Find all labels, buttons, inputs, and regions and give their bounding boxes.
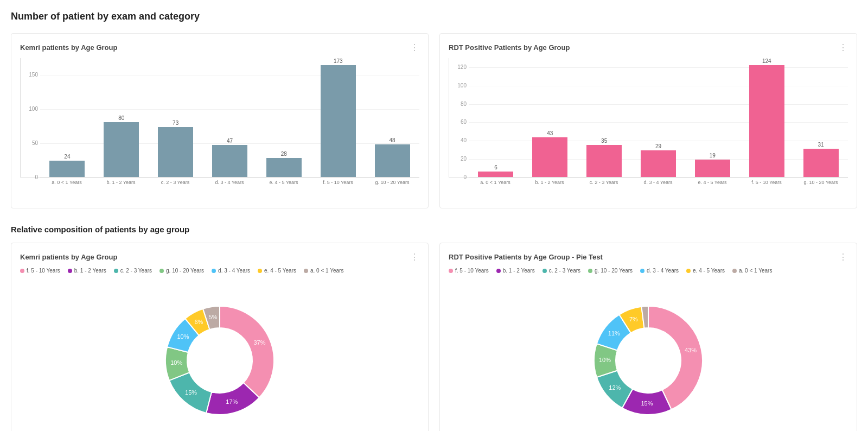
donut-segment-label: 15% bbox=[185, 389, 197, 396]
bar-group: 31 bbox=[794, 58, 848, 177]
x-axis-label: c. 2 - 3 Years bbox=[577, 180, 631, 186]
kemri-bar-area: 050100150248073472817348a. 0 < 1 Yearsb.… bbox=[20, 58, 419, 199]
rdt-donut-area: 43%15%12%10%11%7% bbox=[449, 279, 848, 431]
bar-value-label: 6 bbox=[494, 164, 497, 170]
kemri-bar-menu[interactable]: ⋮ bbox=[410, 42, 419, 53]
legend-item: g. 10 - 20 Years bbox=[588, 268, 633, 274]
bar-value-label: 48 bbox=[390, 137, 395, 143]
bar-value-label: 43 bbox=[547, 130, 553, 136]
legend-label: g. 10 - 20 Years bbox=[595, 268, 633, 274]
legend-dot bbox=[114, 269, 118, 273]
kemri-bar-header: Kemri patients by Age Group ⋮ bbox=[20, 42, 419, 53]
donut-segment bbox=[220, 306, 274, 397]
rdt-pie-menu[interactable]: ⋮ bbox=[839, 252, 848, 262]
legend-item: e. 4 - 5 Years bbox=[258, 268, 296, 274]
x-axis-label: g. 10 - 20 Years bbox=[365, 180, 419, 186]
bar bbox=[49, 161, 85, 177]
kemri-pie-title: Kemri patients by Age Group bbox=[20, 253, 117, 261]
bar bbox=[532, 137, 567, 177]
legend-item: f. 5 - 10 Years bbox=[20, 268, 60, 274]
y-axis-label: 80 bbox=[449, 101, 467, 107]
bar bbox=[212, 145, 247, 177]
x-axis-label: f. 5 - 10 Years bbox=[739, 180, 794, 186]
bar-charts-row: Kemri patients by Age Group ⋮ 0501001502… bbox=[11, 33, 857, 208]
rdt-bar-menu[interactable]: ⋮ bbox=[839, 42, 848, 53]
legend-dot bbox=[304, 269, 308, 273]
bar-value-label: 35 bbox=[601, 138, 607, 144]
y-axis-label: 0 bbox=[21, 174, 38, 180]
kemri-pie-legend: f. 5 - 10 Yearsb. 1 - 2 Yearsc. 2 - 3 Ye… bbox=[20, 268, 419, 274]
legend-dot bbox=[640, 269, 644, 273]
legend-item: d. 3 - 4 Years bbox=[640, 268, 679, 274]
x-axis-label: d. 3 - 4 Years bbox=[202, 180, 257, 186]
donut-segment-label: 15% bbox=[641, 400, 653, 407]
legend-dot bbox=[68, 269, 72, 273]
legend-dot bbox=[212, 269, 216, 273]
bar-group: 173 bbox=[311, 58, 365, 177]
bar-group: 19 bbox=[685, 58, 739, 177]
donut-segment-label: 12% bbox=[609, 384, 621, 391]
legend-label: a. 0 < 1 Years bbox=[310, 268, 343, 274]
bar-value-label: 28 bbox=[281, 151, 287, 157]
legend-label: b. 1 - 2 Years bbox=[503, 268, 535, 274]
legend-item: f. 5 - 10 Years bbox=[449, 268, 489, 274]
bar-group: 35 bbox=[577, 58, 631, 177]
section2-title: Relative composition of patients by age … bbox=[11, 225, 857, 234]
bar bbox=[586, 145, 622, 177]
x-axis-label: a. 0 < 1 Years bbox=[468, 180, 522, 186]
bar bbox=[749, 65, 784, 177]
kemri-pie-header: Kemri patients by Age Group ⋮ bbox=[20, 252, 419, 262]
legend-label: a. 0 < 1 Years bbox=[739, 268, 772, 274]
x-axis-label: e. 4 - 5 Years bbox=[685, 180, 739, 186]
bar-group: 29 bbox=[631, 58, 686, 177]
bar bbox=[104, 122, 139, 177]
legend-item: a. 0 < 1 Years bbox=[304, 268, 343, 274]
page-title: Number of patient by exam and category bbox=[11, 11, 857, 22]
kemri-pie-container: Kemri patients by Age Group ⋮ f. 5 - 10 … bbox=[11, 243, 429, 431]
x-axis-label: f. 5 - 10 Years bbox=[311, 180, 365, 186]
y-axis-label: 120 bbox=[449, 64, 467, 70]
bar-value-label: 19 bbox=[710, 153, 716, 159]
bar-value-label: 47 bbox=[227, 138, 233, 144]
bar-value-label: 124 bbox=[762, 58, 771, 64]
rdt-pie-header: RDT Positive Patients by Age Group - Pie… bbox=[449, 252, 848, 262]
legend-item: c. 2 - 3 Years bbox=[114, 268, 152, 274]
bar-group: 48 bbox=[365, 58, 419, 177]
y-axis-label: 100 bbox=[449, 83, 467, 88]
donut-segment-label: 11% bbox=[608, 330, 620, 337]
y-axis-label: 60 bbox=[449, 119, 467, 125]
rdt-donut-svg: 43%15%12%10%11%7% bbox=[578, 290, 719, 431]
rdt-bar-header: RDT Positive Patients by Age Group ⋮ bbox=[449, 42, 848, 53]
bar bbox=[158, 127, 193, 177]
rdt-bar-title: RDT Positive Patients by Age Group bbox=[449, 43, 570, 52]
donut-segment-label: 10% bbox=[177, 333, 189, 340]
legend-item: a. 0 < 1 Years bbox=[732, 268, 772, 274]
kemri-bar-chart-container: Kemri patients by Age Group ⋮ 0501001502… bbox=[11, 33, 429, 208]
y-axis-label: 50 bbox=[21, 140, 38, 146]
bar bbox=[641, 150, 676, 177]
x-axis-label: b. 1 - 2 Years bbox=[522, 180, 577, 186]
legend-label: e. 4 - 5 Years bbox=[264, 268, 296, 274]
donut-segment-label: 10% bbox=[170, 359, 182, 366]
x-axis-label: c. 2 - 3 Years bbox=[148, 180, 202, 186]
bar-value-label: 80 bbox=[118, 115, 124, 121]
kemri-pie-menu[interactable]: ⋮ bbox=[410, 252, 419, 262]
donut-segment-label: 37% bbox=[253, 339, 265, 346]
bar-value-label: 24 bbox=[64, 154, 70, 160]
bar bbox=[266, 158, 302, 177]
bar-group: 6 bbox=[469, 58, 523, 177]
donut-charts-row: Kemri patients by Age Group ⋮ f. 5 - 10 … bbox=[11, 243, 857, 431]
legend-dot bbox=[258, 269, 262, 273]
rdt-bar-area: 02040608010012064335291912431a. 0 < 1 Ye… bbox=[449, 58, 848, 199]
legend-dot bbox=[542, 269, 547, 273]
legend-label: e. 4 - 5 Years bbox=[693, 268, 725, 274]
legend-item: g. 10 - 20 Years bbox=[159, 268, 204, 274]
bar-group: 80 bbox=[94, 58, 149, 177]
legend-label: g. 10 - 20 Years bbox=[166, 268, 204, 274]
legend-label: c. 2 - 3 Years bbox=[120, 268, 152, 274]
donut-segment-label: 10% bbox=[599, 357, 611, 363]
legend-dot bbox=[732, 269, 737, 273]
legend-dot bbox=[159, 269, 164, 273]
legend-item: b. 1 - 2 Years bbox=[68, 268, 106, 274]
legend-dot bbox=[588, 269, 592, 273]
